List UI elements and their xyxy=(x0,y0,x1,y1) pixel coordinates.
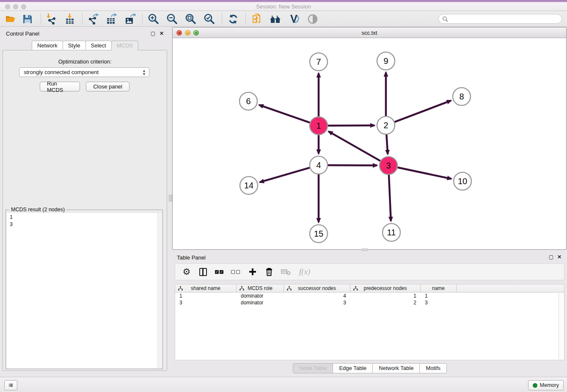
zoom-out-icon[interactable] xyxy=(166,13,179,25)
cytohubba-home-icon[interactable] xyxy=(269,13,282,25)
tab-mcds[interactable]: MCDS xyxy=(111,41,138,50)
vertical-splitter-grip[interactable] xyxy=(169,195,172,202)
column-header-successor-nodes[interactable]: successor nodes xyxy=(284,284,350,292)
zoom-fit-icon[interactable] xyxy=(184,13,197,25)
export-table-icon[interactable] xyxy=(105,13,118,25)
mcds-result-area[interactable]: 1 3 xyxy=(7,213,162,368)
table-rows: 1dominator4113dominator323 xyxy=(175,293,564,306)
table-settings-icon[interactable]: ⚙ xyxy=(182,267,192,277)
select-all-checkboxes-icon[interactable]: ✓✓ xyxy=(215,267,225,277)
column-header-MCDS-role[interactable]: MCDS role xyxy=(237,284,284,292)
graph-edge-3-1[interactable] xyxy=(328,131,380,161)
control-panel-tabs: NetworkStyleSelectMCDS xyxy=(0,41,170,50)
graph-edge-1-2[interactable] xyxy=(328,125,374,126)
table-cell[interactable]: 4 xyxy=(284,293,350,299)
function-builder-icon[interactable]: f(x) xyxy=(297,267,312,277)
refresh-icon[interactable] xyxy=(227,13,239,25)
close-panel-icon[interactable]: ✕ xyxy=(160,30,164,36)
table-panel: Table Panel ▢ ✕ ⚙ ✓✓ f(x) shared nameMCD… xyxy=(172,252,567,377)
tab-style[interactable]: Style xyxy=(63,41,86,50)
delete-table-icon[interactable] xyxy=(281,267,291,277)
show-columns-icon[interactable] xyxy=(198,267,208,277)
clone-network-icon[interactable] xyxy=(250,13,263,25)
column-header-name[interactable]: name xyxy=(421,284,457,292)
add-column-icon[interactable] xyxy=(248,267,258,277)
table-cell[interactable]: 3 xyxy=(284,299,350,306)
run-mcds-button[interactable]: Run MCDS xyxy=(40,82,80,91)
status-bar: Memory xyxy=(0,377,567,392)
control-panel-title: Control Panel xyxy=(6,30,39,37)
export-image-icon[interactable] xyxy=(124,13,136,25)
graph-edge-4-3[interactable] xyxy=(328,165,377,166)
column-header-label: predecessor nodes xyxy=(363,285,407,291)
window-titlebar: Session: New Session xyxy=(0,0,567,11)
table-cell[interactable]: 3 xyxy=(175,299,237,306)
import-network-icon[interactable] xyxy=(45,13,58,25)
mcds-result-text: 1 3 xyxy=(7,213,157,368)
hide-selected-eye-icon[interactable] xyxy=(306,13,319,25)
graph-node-label-1: 1 xyxy=(316,121,321,130)
graph-node-label-4: 4 xyxy=(316,160,321,170)
import-table-icon[interactable] xyxy=(63,13,76,25)
tab-edge-table[interactable]: Edge Table xyxy=(333,363,373,373)
toolbar-separator xyxy=(245,14,246,25)
horizontal-splitter-grip[interactable] xyxy=(362,248,368,251)
mcds-result-group: MCDS result (2 nodes) 1 3 xyxy=(6,210,163,369)
graph-edge-1-6[interactable] xyxy=(259,105,310,123)
table-cell[interactable]: dominator xyxy=(237,293,284,299)
float-panel-icon[interactable]: ▢ xyxy=(151,30,155,36)
table-panel-title: Table Panel xyxy=(177,254,206,261)
vizmapper-icon[interactable] xyxy=(288,13,300,25)
network-window-titlebar[interactable]: ✕ − + scc.txt xyxy=(173,28,566,38)
deselect-all-checkboxes-icon[interactable] xyxy=(231,267,241,277)
show-panels-button[interactable] xyxy=(4,380,17,390)
tab-network-table[interactable]: Network Table xyxy=(372,363,420,373)
table-cell[interactable]: 1 xyxy=(175,293,237,299)
table-row[interactable]: 3dominator323 xyxy=(175,299,564,306)
optimization-criterion-select[interactable]: strongly connected component ▲▼ xyxy=(19,67,149,77)
toolbar-separator xyxy=(222,14,222,25)
zoom-selected-icon[interactable] xyxy=(203,13,216,25)
table-cell[interactable]: dominator xyxy=(237,299,284,306)
graph-edge-2-3[interactable] xyxy=(386,135,388,154)
column-header-shared-name[interactable]: shared name xyxy=(175,284,237,292)
close-panel-button[interactable]: Close panel xyxy=(86,82,129,91)
result-scrollbar[interactable] xyxy=(157,213,162,368)
column-header-predecessor-nodes[interactable]: predecessor nodes xyxy=(350,284,421,292)
tab-motifs[interactable]: Motifs xyxy=(419,363,447,373)
optimization-criterion-label: Optimization criterion: xyxy=(0,58,170,65)
zoom-in-icon[interactable] xyxy=(147,13,160,25)
graph-edge-3-10[interactable] xyxy=(398,168,451,179)
node-table[interactable]: shared nameMCDS rolesuccessor nodesprede… xyxy=(175,284,564,360)
search-icon xyxy=(442,16,448,22)
network-window: ✕ − + scc.txt 7968124314101511 xyxy=(172,27,567,250)
delete-column-trash-icon[interactable] xyxy=(264,267,274,277)
column-type-icon xyxy=(178,286,183,291)
table-toolbar: ⚙ ✓✓ f(x) xyxy=(175,263,564,280)
table-cell[interactable]: 2 xyxy=(350,299,421,306)
graph-node-label-14: 14 xyxy=(244,181,253,190)
network-graph-canvas[interactable]: 7968124314101511 xyxy=(173,38,566,249)
table-row[interactable]: 1dominator411 xyxy=(175,293,564,299)
tab-select[interactable]: Select xyxy=(85,41,112,50)
tab-network[interactable]: Network xyxy=(32,41,63,50)
graph-edge-2-8[interactable] xyxy=(395,101,451,122)
table-cell[interactable]: 3 xyxy=(421,299,457,306)
open-session-icon[interactable] xyxy=(4,13,17,25)
table-scrollbar[interactable] xyxy=(559,293,564,359)
search-input[interactable] xyxy=(450,15,561,23)
search-box[interactable] xyxy=(438,14,562,24)
graph-edge-4-14[interactable] xyxy=(260,168,310,182)
toolbar-separator xyxy=(82,14,83,25)
table-cell[interactable]: 1 xyxy=(350,293,421,299)
table-cell[interactable]: 1 xyxy=(421,293,457,299)
tab-node-table[interactable]: Node Table xyxy=(293,363,333,373)
memory-button[interactable]: Memory xyxy=(528,380,564,390)
save-session-icon[interactable] xyxy=(21,13,34,25)
close-table-panel-icon[interactable]: ✕ xyxy=(557,254,561,260)
column-type-icon xyxy=(353,286,358,291)
export-network-icon[interactable] xyxy=(86,13,99,25)
graph-edge-3-11[interactable] xyxy=(389,175,391,221)
float-table-panel-icon[interactable]: ▢ xyxy=(549,254,553,260)
column-type-icon xyxy=(239,286,244,291)
